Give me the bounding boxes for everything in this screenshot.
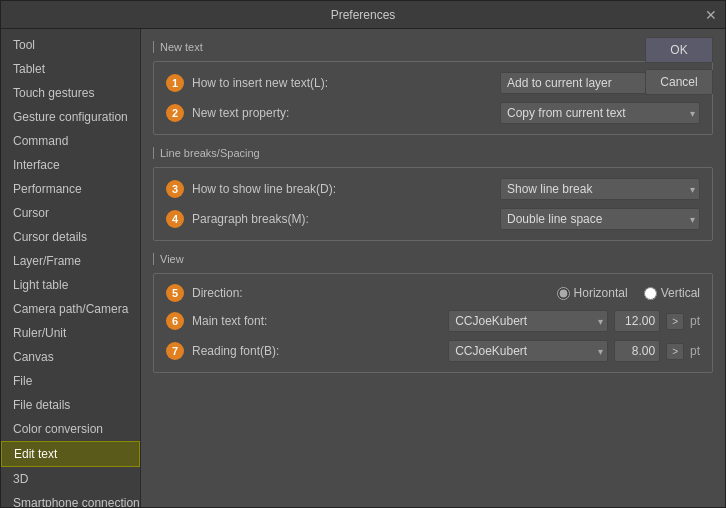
- radio-label-horizontal[interactable]: Horizontal: [557, 286, 628, 300]
- sidebar-item-touch-gestures[interactable]: Touch gestures: [1, 81, 140, 105]
- font-size-arrow-7[interactable]: >: [666, 343, 684, 360]
- font-row-7: CCJoeKubert>pt: [448, 340, 700, 362]
- section-label-view: View: [153, 253, 713, 265]
- step-number-6: 6: [166, 312, 184, 330]
- select-3[interactable]: Show line breakHide line break: [500, 178, 700, 200]
- sidebar-item-cursor-details[interactable]: Cursor details: [1, 225, 140, 249]
- section-label-line-breaks: Line breaks/Spacing: [153, 147, 713, 159]
- row-line-breaks-0: 3How to show line break(D):Show line bre…: [166, 178, 700, 200]
- sidebar: ToolTabletTouch gesturesGesture configur…: [1, 29, 141, 507]
- step-number-1: 1: [166, 74, 184, 92]
- step-number-7: 7: [166, 342, 184, 360]
- font-size-input-6[interactable]: [614, 310, 660, 332]
- sidebar-item-command[interactable]: Command: [1, 129, 140, 153]
- dialog-content: ToolTabletTouch gesturesGesture configur…: [1, 29, 725, 507]
- cancel-button[interactable]: Cancel: [645, 69, 713, 95]
- pt-label-7: pt: [690, 344, 700, 358]
- section-box-view: 5Direction:HorizontalVertical6Main text …: [153, 273, 713, 373]
- select-wrap-2: Copy from current textUse default settin…: [500, 102, 700, 124]
- section-box-new-text: 1How to insert new text(L):Add to curren…: [153, 61, 713, 135]
- action-buttons: OK Cancel: [645, 37, 713, 95]
- row-view-1: 6Main text font:CCJoeKubert>pt: [166, 310, 700, 332]
- font-size-input-7[interactable]: [614, 340, 660, 362]
- select-wrap-4: Double line spaceSingle line space: [500, 208, 700, 230]
- section-box-line-breaks: 3How to show line break(D):Show line bre…: [153, 167, 713, 241]
- step-number-5: 5: [166, 284, 184, 302]
- font-select-wrap-7: CCJoeKubert: [448, 340, 608, 362]
- sidebar-item-ruler-unit[interactable]: Ruler/Unit: [1, 321, 140, 345]
- row-label-3: How to show line break(D):: [192, 182, 500, 196]
- sidebar-item-tablet[interactable]: Tablet: [1, 57, 140, 81]
- sidebar-item-light-table[interactable]: Light table: [1, 273, 140, 297]
- font-select-wrap-6: CCJoeKubert: [448, 310, 608, 332]
- row-label-5: Direction:: [192, 286, 557, 300]
- preferences-dialog: Preferences ✕ ToolTabletTouch gesturesGe…: [0, 0, 726, 508]
- sidebar-item-smartphone[interactable]: Smartphone connection: [1, 491, 140, 507]
- step-number-3: 3: [166, 180, 184, 198]
- close-button[interactable]: ✕: [705, 7, 717, 23]
- row-label-2: New text property:: [192, 106, 500, 120]
- font-select-7[interactable]: CCJoeKubert: [448, 340, 608, 362]
- font-row-6: CCJoeKubert>pt: [448, 310, 700, 332]
- radio-label-vertical[interactable]: Vertical: [644, 286, 700, 300]
- sidebar-item-color-conversion[interactable]: Color conversion: [1, 417, 140, 441]
- row-label-4: Paragraph breaks(M):: [192, 212, 500, 226]
- sidebar-item-layer-frame[interactable]: Layer/Frame: [1, 249, 140, 273]
- row-label-7: Reading font(B):: [192, 344, 448, 358]
- radio-group-5: HorizontalVertical: [557, 286, 700, 300]
- sidebar-item-performance[interactable]: Performance: [1, 177, 140, 201]
- step-number-4: 4: [166, 210, 184, 228]
- select-wrap-3: Show line breakHide line break: [500, 178, 700, 200]
- row-view-2: 7Reading font(B):CCJoeKubert>pt: [166, 340, 700, 362]
- font-size-arrow-6[interactable]: >: [666, 313, 684, 330]
- title-bar: Preferences ✕: [1, 1, 725, 29]
- radio-input-horizontal[interactable]: [557, 287, 570, 300]
- sidebar-item-tool[interactable]: Tool: [1, 33, 140, 57]
- sidebar-item-canvas[interactable]: Canvas: [1, 345, 140, 369]
- sidebar-item-interface[interactable]: Interface: [1, 153, 140, 177]
- section-label-new-text: New text: [153, 41, 713, 53]
- row-new-text-1: 2New text property:Copy from current tex…: [166, 102, 700, 124]
- radio-option-horizontal: Horizontal: [574, 286, 628, 300]
- dialog-title: Preferences: [331, 8, 396, 22]
- sidebar-item-cursor[interactable]: Cursor: [1, 201, 140, 225]
- row-view-0: 5Direction:HorizontalVertical: [166, 284, 700, 302]
- row-label-6: Main text font:: [192, 314, 448, 328]
- select-4[interactable]: Double line spaceSingle line space: [500, 208, 700, 230]
- sidebar-item-file[interactable]: File: [1, 369, 140, 393]
- step-number-2: 2: [166, 104, 184, 122]
- sidebar-item-file-details[interactable]: File details: [1, 393, 140, 417]
- font-select-6[interactable]: CCJoeKubert: [448, 310, 608, 332]
- radio-option-vertical: Vertical: [661, 286, 700, 300]
- sidebar-item-edit-text[interactable]: Edit text: [1, 441, 140, 467]
- row-new-text-0: 1How to insert new text(L):Add to curren…: [166, 72, 700, 94]
- main-panel: New text1How to insert new text(L):Add t…: [141, 29, 725, 507]
- select-2[interactable]: Copy from current textUse default settin…: [500, 102, 700, 124]
- sidebar-item-3d[interactable]: 3D: [1, 467, 140, 491]
- sidebar-item-gesture-configuration[interactable]: Gesture configuration: [1, 105, 140, 129]
- ok-button[interactable]: OK: [645, 37, 713, 63]
- sidebar-item-camera-path[interactable]: Camera path/Camera: [1, 297, 140, 321]
- pt-label-6: pt: [690, 314, 700, 328]
- row-line-breaks-1: 4Paragraph breaks(M):Double line spaceSi…: [166, 208, 700, 230]
- radio-input-vertical[interactable]: [644, 287, 657, 300]
- row-label-1: How to insert new text(L):: [192, 76, 500, 90]
